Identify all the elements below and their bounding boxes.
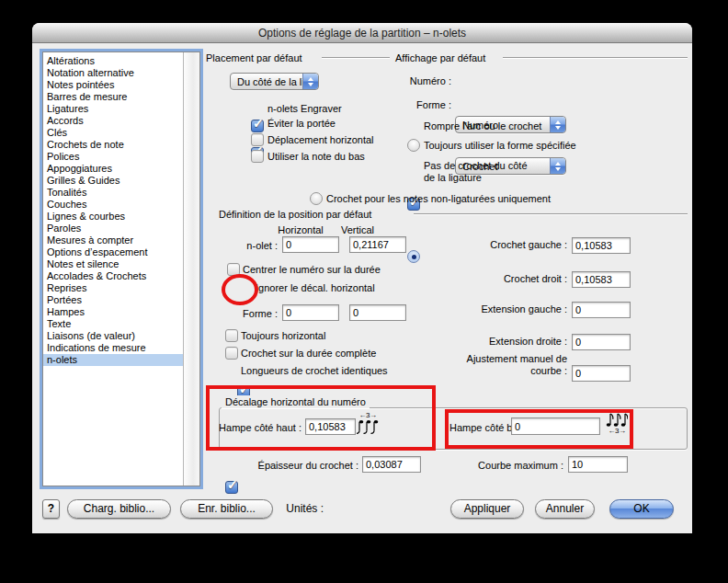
charger-bibliotheque-button[interactable]: Charg. biblio... bbox=[67, 499, 171, 519]
crochet-gauche-field[interactable] bbox=[572, 237, 631, 254]
dialog-window: Options de réglage de la partition – n-o… bbox=[32, 23, 692, 533]
checkbox-deplacement-horizontal[interactable] bbox=[251, 133, 264, 146]
checkbox-label: Déplacement horizontal bbox=[267, 134, 374, 145]
unites-label: Unités : bbox=[279, 499, 324, 519]
sidebar-item[interactable]: Mesures à compter bbox=[43, 234, 183, 246]
sidebar-item[interactable]: Hampes bbox=[43, 306, 183, 318]
popup-stepper-icon bbox=[550, 158, 565, 174]
sidebar-item[interactable]: Polices bbox=[43, 151, 183, 163]
sidebar-item[interactable]: Barres de mesure bbox=[43, 91, 183, 103]
forme-position-label: Forme : bbox=[213, 306, 278, 322]
sidebar-item[interactable]: Crochets de note bbox=[43, 139, 183, 151]
extension-gauche-field[interactable] bbox=[572, 302, 631, 318]
radio-label: Pas de crochet du côté bbox=[424, 160, 528, 171]
radio-label: Toujours utiliser la forme spécifiée bbox=[424, 140, 576, 151]
column-header-vertical: Vertical bbox=[330, 224, 385, 235]
section-rule bbox=[414, 213, 688, 215]
epaisseur-crochet-field[interactable] bbox=[362, 456, 421, 473]
section-placement-title: Placement par défaut bbox=[206, 52, 302, 63]
annuler-button[interactable]: Annuler bbox=[535, 499, 595, 519]
section-rule bbox=[503, 57, 688, 59]
sidebar-item[interactable]: Notes pointées bbox=[43, 79, 183, 91]
forme-horizontal-field[interactable] bbox=[282, 304, 339, 321]
sidebar-item[interactable]: Altérations bbox=[43, 55, 183, 67]
sidebar-item[interactable]: Portées bbox=[43, 294, 183, 306]
sidebar-item[interactable]: Reprises bbox=[43, 282, 183, 294]
radio-label-line2: de la ligature bbox=[424, 172, 482, 183]
placement-popup[interactable]: Du côté de la ligature... bbox=[230, 73, 319, 90]
ok-button[interactable]: OK bbox=[609, 499, 674, 519]
checkbox-utiliser-note-bas[interactable] bbox=[251, 150, 264, 163]
section-affichage-title: Affichage par défaut bbox=[395, 52, 485, 63]
sidebar-item[interactable]: Texte bbox=[43, 318, 183, 330]
forme-vertical-field[interactable] bbox=[349, 304, 406, 321]
ajustement-label-line2: courbe : bbox=[420, 365, 567, 377]
section-rule bbox=[322, 57, 390, 59]
sidebar-item[interactable]: Notation alternative bbox=[43, 67, 183, 79]
checkbox-label: Centrer le numéro sur la durée bbox=[243, 264, 381, 275]
courbe-maximum-label: Courbe maximum : bbox=[430, 458, 563, 474]
radio-toujours-forme[interactable] bbox=[407, 139, 420, 152]
sidebar-item[interactable]: Notes et silence bbox=[43, 258, 183, 270]
annotation-rect-hampe-haut bbox=[206, 385, 436, 451]
sidebar-item[interactable]: Appoggiatures bbox=[43, 163, 183, 175]
crochet-gauche-label: Crochet gauche : bbox=[420, 239, 567, 250]
checkbox-label: Utiliser la note du bas bbox=[267, 151, 365, 162]
sidebar-item[interactable]: Liaisons (de valeur) bbox=[43, 330, 183, 342]
enregistrer-bibliotheque-button[interactable]: Enr. biblio... bbox=[180, 499, 273, 519]
ajustement-courbe-field[interactable] bbox=[572, 365, 631, 382]
radio-pas-de-crochet[interactable] bbox=[407, 250, 420, 263]
title-bar[interactable]: Options de réglage de la partition – n-o… bbox=[32, 23, 692, 43]
popup-stepper-icon bbox=[550, 117, 565, 132]
n-olet-horizontal-field[interactable] bbox=[282, 236, 339, 253]
sidebar-item[interactable]: Clés bbox=[43, 127, 183, 139]
ajustement-label: Ajustement manuel de courbe : bbox=[420, 353, 567, 377]
column-header-horizontal: Horizontal bbox=[273, 224, 328, 235]
section-definition-title: Définition de la position par défaut bbox=[219, 209, 371, 220]
extension-droite-label: Extension droite : bbox=[420, 336, 567, 347]
category-list-items: Altérations Notation alternative Notes p… bbox=[43, 52, 183, 486]
n-olet-vertical-field[interactable] bbox=[349, 236, 406, 253]
sidebar-item[interactable]: Tonalités bbox=[43, 187, 183, 199]
window-title: Options de réglage de la partition – n-o… bbox=[258, 27, 466, 40]
help-button[interactable]: ? bbox=[42, 499, 60, 519]
appliquer-button[interactable]: Appliquer bbox=[450, 499, 524, 519]
extension-droite-field[interactable] bbox=[572, 334, 631, 350]
annotation-rect-hampe-bas bbox=[445, 409, 633, 449]
n-olet-label: n-olet : bbox=[213, 238, 278, 254]
radio-label: Crochet pour les notes non-ligaturées un… bbox=[326, 193, 551, 204]
checkbox-label: Longueurs de crochet identiques bbox=[241, 365, 388, 376]
sidebar-item-n-olets[interactable]: n-olets bbox=[43, 354, 183, 366]
category-list: Altérations Notation alternative Notes p… bbox=[42, 51, 200, 486]
courbe-maximum-field[interactable] bbox=[568, 456, 628, 473]
checkbox-label: Toujours horizontal bbox=[241, 330, 325, 341]
checkbox-n-olets-engraver[interactable] bbox=[251, 120, 264, 132]
checkbox-label: Ignorer le décal. horizontal bbox=[256, 282, 375, 293]
checkbox-toujours-horizontal[interactable] bbox=[225, 329, 238, 342]
sidebar-item[interactable]: Grilles & Guides bbox=[43, 175, 183, 187]
crochet-droit-label: Crochet droit : bbox=[420, 273, 567, 284]
sidebar-item[interactable]: Accolades & Crochets bbox=[43, 270, 183, 282]
ajustement-label-line1: Ajustement manuel de bbox=[420, 353, 567, 365]
annotation-circle bbox=[222, 274, 258, 305]
sidebar-item[interactable]: Ligatures bbox=[43, 103, 183, 115]
sidebar-item[interactable]: Indications de mesure bbox=[43, 342, 183, 354]
popup-stepper-icon bbox=[302, 74, 318, 89]
sidebar-item[interactable]: Couches bbox=[43, 199, 183, 211]
epaisseur-label: Épaisseur du crochet : bbox=[225, 458, 358, 474]
checkbox-label: n-olets Engraver bbox=[267, 103, 342, 114]
radio-crochet-non-ligaturees[interactable] bbox=[310, 192, 323, 205]
forme-affichage-label: Forme : bbox=[391, 97, 451, 114]
sidebar-item[interactable]: Options d’espacement bbox=[43, 246, 183, 258]
sidebar-item[interactable]: Lignes & courbes bbox=[43, 211, 183, 223]
numero-label: Numéro : bbox=[391, 73, 451, 90]
extension-gauche-label: Extension gauche : bbox=[420, 303, 567, 314]
crochet-droit-field[interactable] bbox=[572, 271, 631, 288]
checkbox-label: Rompre l’arc ou le crochet bbox=[424, 120, 541, 131]
sidebar-item[interactable]: Paroles bbox=[43, 223, 183, 234]
checkbox-longueurs-identiques[interactable] bbox=[225, 481, 238, 494]
sidebar-item[interactable]: Accords bbox=[43, 115, 183, 127]
checkbox-label: Crochet sur la durée complète bbox=[241, 348, 376, 359]
checkbox-crochet-duree[interactable] bbox=[225, 347, 238, 360]
checkbox-label: Éviter la portée bbox=[267, 118, 336, 129]
